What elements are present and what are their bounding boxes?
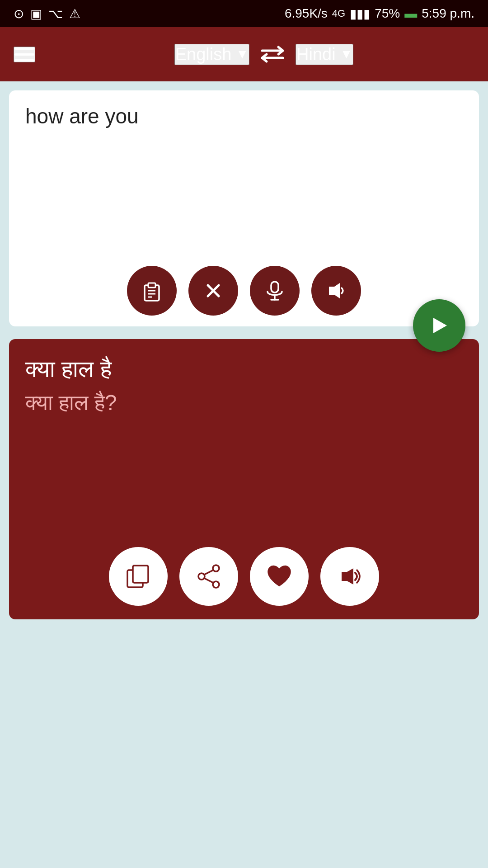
source-speak-button[interactable]: [311, 266, 361, 316]
copy-translation-button[interactable]: [109, 547, 168, 606]
svg-rect-13: [133, 566, 148, 583]
usb-icon: ⌥: [48, 6, 63, 21]
source-language-selector[interactable]: English ▼: [174, 44, 249, 65]
time-display: 5:59 p.m.: [422, 6, 474, 21]
output-action-buttons: [25, 547, 463, 606]
source-language-dropdown-arrow: ▼: [236, 47, 249, 61]
menu-button[interactable]: [14, 47, 35, 62]
language-selector: English ▼ Hindi ▼: [53, 44, 474, 65]
status-bar-left-icons: ⊙ ▣ ⌥ ⚠: [14, 6, 80, 21]
status-bar-right: 6.95K/s 4G ▮▮▮ 75% ▬ 5:59 p.m.: [285, 6, 474, 21]
microphone-button[interactable]: [250, 266, 300, 316]
target-language-selector[interactable]: Hindi ▼: [296, 44, 353, 65]
svg-rect-1: [148, 283, 155, 288]
main-translation-text: क्या हाल है: [25, 355, 463, 383]
swap-languages-button[interactable]: [256, 44, 289, 64]
alert-icon: ⚠: [69, 6, 80, 21]
translate-button[interactable]: [413, 299, 465, 352]
output-panel: क्या हाल है क्या हाल है?: [9, 339, 479, 619]
output-speak-button[interactable]: [320, 547, 379, 606]
source-language-label: English: [175, 45, 232, 64]
clear-button[interactable]: [188, 266, 238, 316]
favorite-button[interactable]: [250, 547, 309, 606]
app-header: English ▼ Hindi ▼: [0, 27, 488, 81]
source-text-input[interactable]: [25, 104, 463, 258]
svg-line-17: [204, 570, 213, 575]
svg-marker-19: [342, 568, 353, 585]
image-icon: ▣: [30, 6, 42, 21]
signal-icon: ▮▮▮: [350, 6, 370, 21]
svg-marker-11: [433, 318, 447, 333]
battery-icon: ▬: [404, 6, 417, 21]
source-action-buttons: [25, 266, 463, 316]
battery-level: 75%: [375, 6, 400, 21]
svg-rect-7: [271, 282, 278, 292]
network-type: 4G: [332, 8, 345, 19]
share-translation-button[interactable]: [179, 547, 238, 606]
main-content: क्या हाल है क्या हाल है?: [0, 81, 488, 868]
alt-translation-text: क्या हाल है?: [25, 390, 463, 416]
whatsapp-icon: ⊙: [14, 6, 24, 21]
target-language-label: Hindi: [296, 45, 336, 64]
network-speed: 6.95K/s: [285, 6, 328, 21]
svg-line-18: [204, 578, 213, 583]
status-bar: ⊙ ▣ ⌥ ⚠ 6.95K/s 4G ▮▮▮ 75% ▬ 5:59 p.m.: [0, 0, 488, 27]
target-language-dropdown-arrow: ▼: [340, 47, 353, 61]
clipboard-button[interactable]: [127, 266, 177, 316]
source-panel: [9, 90, 479, 326]
svg-marker-10: [329, 283, 340, 298]
